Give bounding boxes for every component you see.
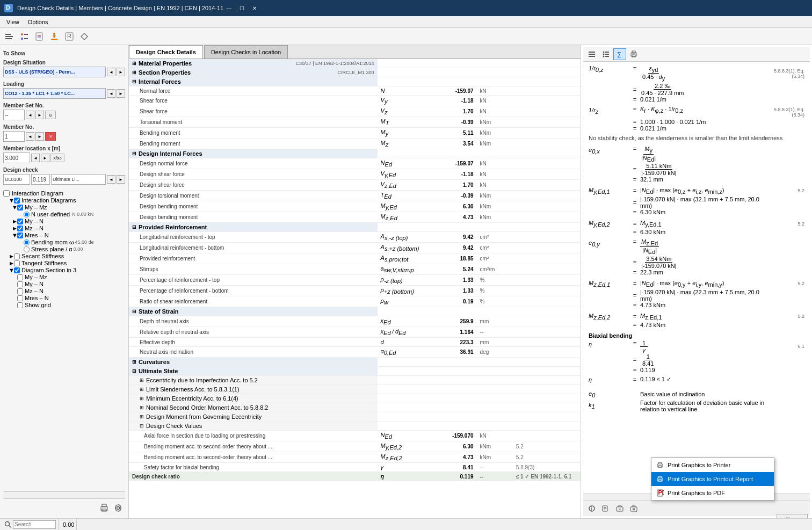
member-no-combo[interactable]: 1 bbox=[3, 131, 25, 142]
tree-item-ds-my-n[interactable]: My – N bbox=[3, 281, 125, 287]
svg-rect-7 bbox=[24, 34, 28, 35]
tab-design-check-details[interactable]: Design Check Details bbox=[129, 45, 203, 59]
dc-next-btn[interactable]: ► bbox=[117, 175, 125, 184]
internal-forces-header[interactable]: ⊟ Internal Forces bbox=[129, 77, 378, 86]
mn-prev-btn[interactable]: ◄ bbox=[26, 132, 34, 141]
calc-row: = 6.30 kNm bbox=[586, 209, 807, 215]
minimize-button[interactable]: — bbox=[223, 3, 234, 13]
svg-point-13 bbox=[53, 33, 55, 35]
window-close-button[interactable]: ✕ bbox=[249, 3, 260, 13]
rp-formula-btn[interactable]: ∑ bbox=[613, 48, 626, 60]
table-row: Bending moment Mz 3.54 kNm bbox=[129, 139, 581, 149]
reinforcement-header[interactable]: ⊟ Provided Reinforcement bbox=[129, 223, 378, 231]
print-to-printer-item[interactable]: Print Graphics to Printer bbox=[651, 458, 774, 472]
rp-print-btn[interactable] bbox=[627, 48, 640, 60]
center-tabs: Design Check Details Design Checks in Lo… bbox=[129, 45, 581, 59]
tree-item-my-mz[interactable]: ▼ My – Mz bbox=[3, 204, 125, 210]
tree-item-ds-mres-n[interactable]: Mres – N bbox=[3, 295, 125, 301]
toolbar-btn-3[interactable] bbox=[32, 30, 46, 43]
toolbar-btn-2[interactable] bbox=[17, 30, 31, 43]
tree-item-ds-mz-n[interactable]: Mz – N bbox=[3, 288, 125, 294]
dc-ratio-combo[interactable]: 0.119 bbox=[31, 174, 50, 185]
toolbar-btn-5[interactable]: R bbox=[62, 30, 76, 43]
table-row: Safety factor for biaxial bending γ 8.41… bbox=[129, 463, 581, 472]
table-row: Depth of neutral axis xEd 259.9 mm bbox=[129, 316, 581, 327]
toolbar-btn-6[interactable] bbox=[77, 30, 91, 43]
tree-item-bending-mom[interactable]: Bending mom ω 45.00 de bbox=[3, 239, 125, 245]
tree-item-mz-n[interactable]: ► Mz – N bbox=[3, 225, 125, 231]
tree-item-interaction[interactable]: ▼ Interaction Diagrams bbox=[3, 197, 125, 204]
table-row: Provided reinforcement As,prov,tot 18.85… bbox=[129, 253, 581, 264]
toolbar-btn-1[interactable] bbox=[2, 30, 16, 43]
dc-prev-btn[interactable]: ◄ bbox=[107, 175, 115, 184]
tree-item-show-grid[interactable]: Show grid bbox=[3, 302, 125, 308]
loading-combo[interactable]: CO12 - 1.35 * LC1 + 1.50 * LC... bbox=[3, 88, 106, 99]
tree-item-secant[interactable]: ► Secant Stiffness bbox=[3, 253, 125, 259]
tree-item-ds-my-mz[interactable]: My – Mz bbox=[3, 274, 125, 280]
calc-row: No stability check, as the slenderness i… bbox=[586, 134, 807, 142]
dc-type-combo[interactable]: Ultimate Li... bbox=[51, 174, 106, 185]
toolbar: R bbox=[0, 28, 812, 45]
ml-next-btn[interactable]: ► bbox=[41, 154, 49, 162]
print-to-pdf-item[interactable]: PDF Print Graphics to PDF bbox=[651, 486, 774, 500]
tree-item-mres-n[interactable]: ▼ Mres – N bbox=[3, 232, 125, 238]
calc-row: = |-159.070 kN| · max (22.3 mm + 7.5 mm,… bbox=[586, 289, 807, 302]
mn-select-btn[interactable]: ✕ bbox=[45, 132, 56, 141]
tree-item-n-user[interactable]: N user-defined N 0.00 kN bbox=[3, 211, 125, 217]
tree-item-my-n[interactable]: ► My – N bbox=[3, 218, 125, 224]
lo-next-btn[interactable]: ► bbox=[117, 89, 125, 98]
tree-item-diagram-section[interactable]: ▼ Diagram Section in 3 bbox=[3, 267, 125, 273]
ms-prev-btn[interactable]: ◄ bbox=[26, 111, 34, 119]
print-to-printer-label: Print Graphics to Printer bbox=[668, 462, 730, 468]
dc-code-combo[interactable]: UL0100 bbox=[3, 174, 30, 185]
right-panel-footer: i bbox=[583, 500, 810, 516]
maximize-button[interactable]: ☐ bbox=[236, 3, 247, 13]
rp-footer-btn2[interactable] bbox=[599, 503, 612, 514]
table-row: Relative depth of neutral axis xEd / dEd… bbox=[129, 327, 581, 338]
design-situation-combo[interactable]: DS5 - ULS (STR/GEO) - Perm... bbox=[3, 67, 106, 77]
rp-detail-btn[interactable] bbox=[599, 48, 612, 60]
center-content[interactable]: ⊞ Material Properties C30/37 | EN 1992-1… bbox=[129, 59, 581, 518]
left-settings-btn[interactable] bbox=[111, 501, 125, 515]
ml-ratio-btn[interactable]: x/x₀ bbox=[50, 154, 64, 162]
toolbar-btn-4[interactable] bbox=[47, 30, 61, 43]
curvatures-header[interactable]: ⊞ Curvatures bbox=[129, 358, 378, 366]
calc-content: 1/r0,z = εyd 0.45 · dy 5.8.8.3(1), Eq. (… bbox=[583, 62, 810, 493]
design-forces-header[interactable]: ⊟ Design Internal Forces bbox=[129, 149, 378, 158]
right-panel: ∑ 1/r0,z = εyd 0.45 · dy bbox=[581, 45, 812, 518]
material-section-header[interactable]: ⊞ Material Properties C30/37 | EN 1992-1… bbox=[129, 59, 378, 68]
tab-design-checks-location[interactable]: Design Checks in Location bbox=[204, 45, 288, 59]
coord-value: 0.00 bbox=[63, 521, 74, 528]
ds-prev-btn[interactable]: ◄ bbox=[107, 68, 115, 76]
tree-item-stress-plane[interactable]: Stress plane / α 0.00 bbox=[3, 246, 125, 252]
print-to-report-label: Print Graphics to Printout Report bbox=[668, 476, 753, 482]
rp-footer-btn3[interactable] bbox=[613, 503, 626, 514]
svg-rect-3 bbox=[5, 36, 13, 37]
state-strain-header[interactable]: ⊟ State of Strain bbox=[129, 307, 378, 316]
print-to-report-item[interactable]: Print Graphics to Printout Report bbox=[651, 472, 774, 486]
search-input[interactable] bbox=[13, 520, 56, 529]
rp-list-btn[interactable] bbox=[585, 48, 598, 60]
rp-print-dropdown-btn[interactable] bbox=[627, 503, 640, 514]
section-section-header[interactable]: ⊞ Section Properties CIRCLE_M1 300 bbox=[129, 68, 378, 77]
rp-footer-btn1[interactable]: i bbox=[585, 503, 598, 514]
member-set-combo[interactable]: -- bbox=[3, 110, 25, 120]
ms-select-btn[interactable]: ⊙ bbox=[45, 111, 56, 119]
menu-options[interactable]: Options bbox=[24, 18, 53, 26]
menu-view[interactable]: View bbox=[2, 18, 24, 26]
member-location-combo[interactable]: 3.000 bbox=[3, 153, 30, 163]
ms-next-btn[interactable]: ► bbox=[35, 111, 44, 119]
svg-text:∑: ∑ bbox=[617, 51, 621, 58]
table-row: Design normal force NEd -159.07 kN bbox=[129, 158, 581, 169]
calc-row: e0,y = Mz,Ed |NEd| bbox=[586, 238, 807, 255]
mn-next-btn[interactable]: ► bbox=[35, 132, 44, 141]
ds-next-btn[interactable]: ► bbox=[117, 68, 125, 76]
ml-prev-btn[interactable]: ◄ bbox=[31, 154, 40, 162]
lo-prev-btn[interactable]: ◄ bbox=[107, 89, 115, 98]
interaction-diagram-checkbox[interactable] bbox=[3, 190, 10, 197]
ultimate-state-header[interactable]: ⊟ Ultimate State bbox=[129, 367, 378, 375]
tree-item-tangent[interactable]: ► Tangent Stiffness bbox=[3, 260, 125, 266]
table-row: Normal force N -159.07 kN bbox=[129, 86, 581, 96]
left-print-btn[interactable] bbox=[97, 501, 111, 515]
member-no-label: Member No. bbox=[3, 124, 125, 130]
